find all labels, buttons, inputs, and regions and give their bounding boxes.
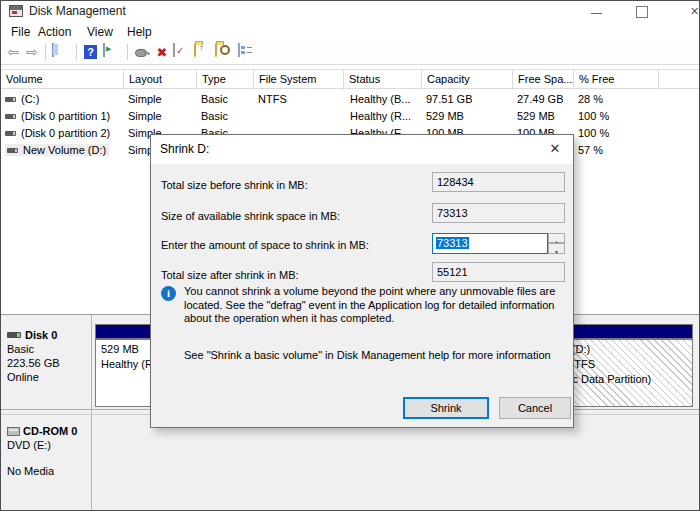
- cell-pct: 28 %: [578, 91, 603, 108]
- col-status[interactable]: Status: [344, 70, 422, 90]
- cell-free: 27.49 GB: [517, 91, 563, 108]
- shrink-amount-input[interactable]: 73313: [432, 233, 548, 254]
- toolbar-separator: [45, 44, 46, 60]
- cell-free: 529 MB: [517, 108, 555, 125]
- disk0-info-cell[interactable]: Disk 0 Basic 223.56 GB Online: [1, 323, 91, 383]
- table-row[interactable]: (C:) Simple Basic NTFS Healthy (B... 97.…: [1, 91, 699, 108]
- cdrom-drive: DVD (E:): [7, 439, 87, 451]
- dialog-close-icon[interactable]: [541, 137, 569, 161]
- cell-volume: New Volume (D:): [23, 144, 106, 156]
- menu-action[interactable]: Action: [34, 24, 75, 40]
- disk0-kind: Basic: [7, 343, 87, 355]
- cdrom-status: No Media: [7, 465, 87, 477]
- panel-divider: [91, 315, 92, 511]
- menu-file[interactable]: File: [7, 24, 34, 40]
- field-label: Enter the amount of space to shrink in M…: [161, 239, 369, 251]
- menu-view[interactable]: View: [83, 24, 117, 40]
- col-filesystem[interactable]: File System: [254, 70, 344, 90]
- field-label: Size of available shrink space in MB:: [161, 210, 340, 222]
- menu-help[interactable]: Help: [123, 24, 156, 40]
- field-label: Total size after shrink in MB:: [161, 269, 299, 281]
- volume-list-header: Volume Layout Type File System Status Ca…: [1, 69, 699, 89]
- info-text: You cannot shrink a volume beyond the po…: [184, 285, 576, 326]
- close-icon[interactable]: [672, 1, 700, 22]
- cell-pct: 100 %: [578, 125, 609, 142]
- cell-pct: 100 %: [578, 108, 609, 125]
- available-space-field: 73313: [432, 203, 565, 223]
- volume-icon: [5, 114, 16, 119]
- volume-icon: [5, 131, 16, 136]
- cdrom-icon: [7, 427, 20, 436]
- disk0-status: Online: [7, 371, 87, 383]
- title-bar: Disk Management: [1, 1, 699, 22]
- spinner: [548, 233, 565, 254]
- maximize-icon[interactable]: [619, 1, 664, 22]
- cell-volume: (Disk 0 partition 1): [21, 110, 110, 122]
- cell-layout: Simple: [128, 108, 162, 125]
- disk0-size: 223.56 GB: [7, 357, 87, 369]
- cdrom-name: CD-ROM 0: [23, 425, 77, 437]
- cell-status: Healthy (B...: [350, 91, 411, 108]
- window-title: Disk Management: [29, 4, 126, 18]
- dialog-title-bar: Shrink D:: [151, 135, 573, 164]
- toolbar: [1, 41, 699, 65]
- cell-status: Healthy (R...: [350, 108, 411, 125]
- dialog-title: Shrink D:: [160, 142, 209, 156]
- shrink-dialog: Shrink D: Total size before shrink in MB…: [150, 134, 574, 428]
- col-volume[interactable]: Volume: [1, 70, 124, 90]
- col-capacity[interactable]: Capacity: [422, 70, 513, 90]
- properties-icon[interactable]: [238, 44, 256, 61]
- menu-bar: File Action View Help: [1, 22, 699, 41]
- shrink-button[interactable]: Shrink: [403, 397, 489, 419]
- spinner-up-icon[interactable]: [548, 233, 565, 243]
- app-icon: [9, 5, 23, 17]
- cell-volume: (Disk 0 partition 2): [21, 127, 110, 139]
- col-pctfree[interactable]: % Free: [574, 70, 659, 90]
- spinner-down-icon[interactable]: [548, 243, 565, 254]
- show-action-pane-icon[interactable]: [103, 44, 121, 61]
- table-row[interactable]: (Disk 0 partition 1) Simple Basic Health…: [1, 108, 699, 125]
- total-before-field: 128434: [432, 172, 565, 192]
- cdrom-info-cell[interactable]: CD-ROM 0 DVD (E:) No Media: [1, 419, 91, 477]
- back-icon[interactable]: [4, 44, 22, 61]
- folder-search-icon[interactable]: [215, 44, 233, 61]
- forward-icon[interactable]: [23, 44, 41, 61]
- info-icon: [161, 286, 176, 301]
- mark-partition-active-icon[interactable]: [173, 44, 191, 61]
- col-freespace[interactable]: Free Spa...: [513, 70, 574, 90]
- toolbar-separator: [76, 44, 77, 60]
- disk-management-window: Disk Management File Action View Help Vo…: [0, 0, 700, 511]
- total-after-field: 55121: [432, 262, 565, 282]
- col-type[interactable]: Type: [197, 70, 254, 90]
- col-layout[interactable]: Layout: [124, 70, 197, 90]
- cell-fs: NTFS: [258, 91, 287, 108]
- cell-type: Basic: [201, 108, 228, 125]
- cell-capacity: 529 MB: [426, 108, 464, 125]
- field-label: Total size before shrink in MB:: [161, 179, 308, 191]
- cell-capacity: 97.51 GB: [426, 91, 472, 108]
- minimize-icon[interactable]: [574, 1, 619, 22]
- help-icon[interactable]: [84, 45, 97, 59]
- folder-up-icon[interactable]: [194, 44, 212, 61]
- volume-icon: [5, 97, 16, 102]
- help-text: See "Shrink a basic volume" in Disk Mana…: [184, 349, 576, 361]
- toolbar-separator: [127, 44, 128, 60]
- delete-volume-icon[interactable]: [153, 44, 171, 61]
- volume-icon: [7, 148, 18, 153]
- show-console-tree-icon[interactable]: [52, 44, 70, 61]
- cell-layout: Simple: [128, 91, 162, 108]
- disk-icon: [7, 332, 21, 338]
- cell-type: Basic: [201, 91, 228, 108]
- cancel-button[interactable]: Cancel: [499, 397, 571, 419]
- cell-volume: (C:): [21, 93, 39, 105]
- disk0-name: Disk 0: [25, 329, 57, 341]
- cell-pct: 57 %: [578, 142, 603, 159]
